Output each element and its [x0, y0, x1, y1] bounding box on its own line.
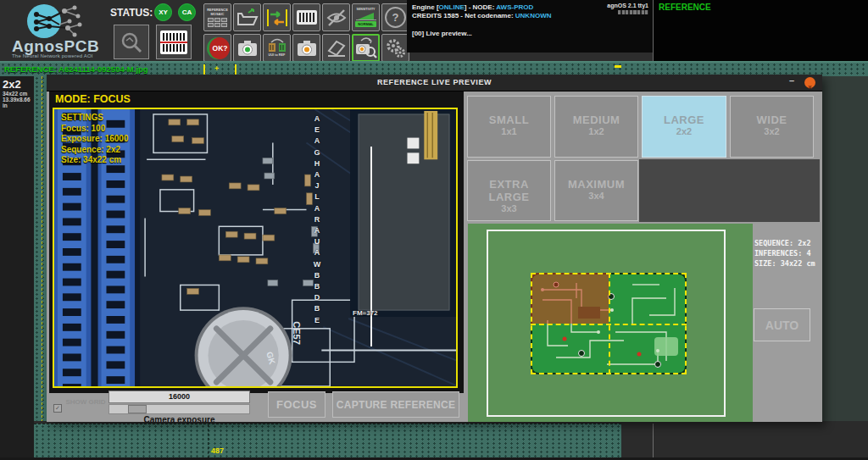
ok-check-icon: OK? — [207, 37, 229, 59]
mosaic-preview-area — [468, 224, 753, 422]
settings-title: SETTINGS — [61, 113, 129, 124]
close-button[interactable]: x — [804, 77, 815, 88]
logo: AgnosPCB The Neural Network powered AOI — [12, 2, 107, 59]
eraser-icon — [326, 37, 348, 59]
dialog-title: REFERENCE LIVE PREVIEW — [47, 75, 822, 91]
uui-to-ref-button[interactable]: UUI to REF — [263, 34, 291, 62]
status-label: STATUS: — [110, 7, 153, 19]
barcode-view-button[interactable] — [292, 3, 320, 31]
uui-to-ref-icon — [266, 38, 288, 53]
logo-network-icon — [25, 3, 98, 40]
reference-mosaic-label: REFERENCE MOSAIC — [207, 8, 228, 16]
console-line-credits: CREDITS 1585 - Net codename: UNKNOWN — [412, 12, 648, 20]
reference-panel-title: REFERENCE — [654, 0, 868, 14]
app: AgnosPCB The Neural Network powered AOI … — [0, 0, 868, 460]
inferences-line: INFERENCES: 4 — [754, 248, 815, 258]
settings-button[interactable] — [381, 34, 409, 62]
camera-live-view: SETTINGS Focus: 100 Exposure: 16000 Sequ… — [53, 108, 458, 388]
size-button-wide[interactable]: WIDE3x2 — [730, 96, 814, 158]
size-line: SIZE: 34x22 cm — [754, 258, 815, 269]
exposure-caption: Camera exposure — [108, 415, 250, 424]
sensitivity-value: NORMAL — [355, 21, 376, 27]
console-panel: Engine [ONLINE] - NODE: AWS-PROD CREDITS… — [407, 0, 653, 53]
exposure-group: 16000 Camera exposure — [108, 391, 250, 424]
transfer-button[interactable] — [263, 3, 291, 31]
reference-mosaic-button[interactable]: REFERENCE MOSAIC — [203, 3, 231, 31]
settings-focus: Focus: 100 — [61, 124, 129, 135]
silkscreen-letters: A E A G H A J L A R A U A W B B D B E — [310, 114, 324, 326]
sensitivity-wedge-icon — [356, 12, 376, 20]
ruler-value: 487 — [211, 446, 224, 455]
uui-to-ref-label: UUI to REF — [269, 53, 286, 58]
reference-live-preview-dialog: REFERENCE LIVE PREVIEW – x MODE: FOCUS — [47, 75, 822, 422]
magnifier-circuit-icon — [120, 30, 143, 54]
close-icon: x — [808, 83, 811, 91]
bottom-canvas: 487 — [34, 424, 621, 458]
status-badge-xy: XY — [154, 3, 172, 21]
status-badge-ca: CA — [178, 3, 196, 21]
help-button[interactable]: ? — [381, 3, 409, 31]
mosaic-grid-icon — [208, 18, 227, 27]
size-button-medium[interactable]: MEDIUM1x2 — [554, 96, 638, 158]
camera-magnifier-icon — [354, 36, 377, 59]
live-inspect-button[interactable] — [352, 34, 380, 62]
barcode-view-icon — [297, 10, 317, 25]
auto-button[interactable]: AUTO — [754, 308, 810, 341]
size-button-extra-large[interactable]: EXTRA LARGE3x3 — [467, 160, 551, 221]
open-folder-icon — [236, 7, 259, 29]
ok-check-button[interactable]: OK? — [203, 34, 231, 62]
eye-slash-icon — [326, 7, 348, 29]
size-button-maximum[interactable]: MAXIMUM3x4 — [554, 160, 638, 221]
sequence-info: SEQUENCE: 2x2 INFERENCES: 4 SIZE: 34x22 … — [754, 238, 815, 269]
exposure-input[interactable]: 16000 — [108, 391, 250, 403]
size-button-small[interactable]: SMALL1x1 — [467, 96, 551, 158]
exposure-slider[interactable] — [108, 404, 250, 414]
grid-dashed-line — [208, 424, 209, 458]
focus-button[interactable]: FOCUS — [268, 391, 326, 418]
transfer-arrows-icon — [266, 7, 288, 29]
signal-blocks — [618, 10, 648, 14]
bottom-divider — [653, 424, 654, 457]
grid-size-label: 2x2 — [0, 76, 34, 91]
barcode-button[interactable] — [156, 25, 192, 59]
os-version: agnOS 2.1 tty1 — [607, 2, 648, 10]
ruler-mark — [615, 65, 621, 68]
mode-label: MODE: FOCUS — [49, 91, 464, 107]
minimize-button[interactable]: – — [789, 75, 794, 86]
barcode-icon — [160, 30, 187, 54]
camera-orange-icon — [296, 37, 318, 59]
sensitivity-button[interactable]: SENSITIVITY NORMAL — [352, 3, 380, 31]
canvas-right-bg — [822, 76, 868, 460]
gears-icon — [385, 37, 407, 59]
camera-panel: MODE: FOCUS — [49, 91, 464, 393]
mosaic-grid-hline — [531, 324, 687, 325]
focus-measure-label: FM=372 — [353, 309, 378, 317]
settings-exposure: Exposure: 16000 — [61, 134, 129, 145]
show-grid-label: SHOW GRID — [65, 398, 105, 406]
size-cm-label: 34x22 cm — [0, 91, 34, 97]
slider-handle[interactable] — [128, 405, 147, 413]
help-icon: ? — [385, 7, 406, 28]
capacitor-label: CE57 — [292, 321, 302, 345]
capture-reference-button[interactable]: CAPTURE REFERENCE — [332, 391, 459, 418]
dialog-titlebar[interactable]: REFERENCE LIVE PREVIEW – x — [47, 75, 822, 91]
size-in-label: 13.39x8.66 in — [0, 97, 34, 108]
ruler-cross: + — [214, 64, 219, 73]
grid-dashed-line — [42, 76, 42, 422]
canvas-gutter-left — [34, 76, 47, 422]
open-reference-button[interactable] — [233, 3, 261, 31]
sequence-line: SEQUENCE: 2x2 — [754, 238, 815, 248]
reference-filename: REFERENCE: A6241114-092504-M.jpg — [4, 64, 148, 74]
console-line-live: [00] Live preview... — [412, 30, 648, 38]
eraser-button[interactable] — [322, 34, 350, 62]
app-tagline: The Neural Network powered AOI — [12, 53, 93, 58]
inspect-button[interactable] — [114, 25, 149, 59]
camera-green-icon — [236, 37, 259, 59]
hide-overlay-button[interactable] — [322, 3, 350, 31]
show-grid-control: ✓ SHOW GRID — [53, 398, 106, 413]
camera-snapshot-button[interactable] — [292, 34, 320, 62]
size-button-large[interactable]: LARGE2x2 — [642, 96, 726, 158]
settings-overlay: SETTINGS Focus: 100 Exposure: 16000 Sequ… — [61, 113, 129, 166]
camera-capture-button[interactable] — [233, 34, 261, 62]
show-grid-checkbox[interactable]: ✓ — [53, 404, 62, 413]
